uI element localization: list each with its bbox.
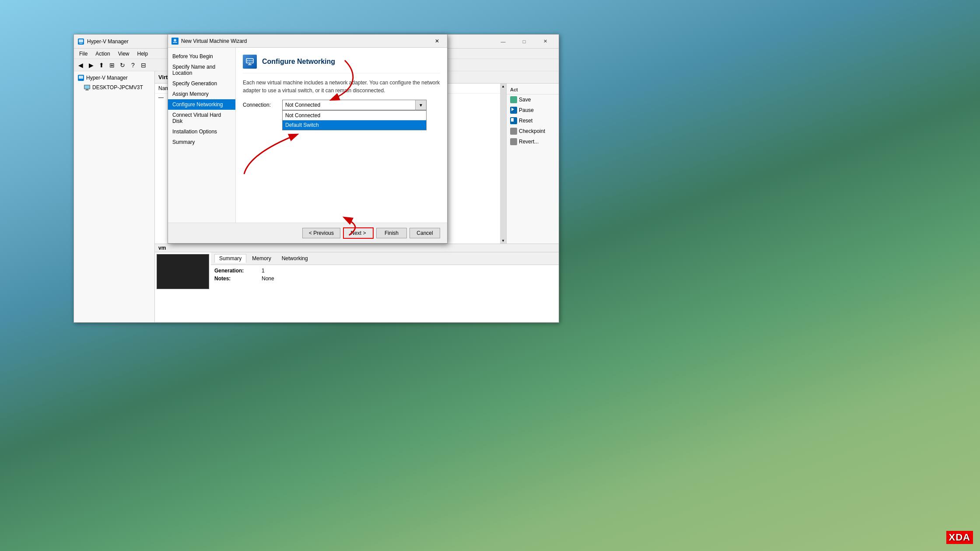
- configure-network-icon: [243, 55, 257, 69]
- cancel-button[interactable]: Cancel: [410, 228, 440, 238]
- connection-label: Connection:: [243, 102, 278, 108]
- dialog-nav: Before You Begin Specify Name and Locati…: [168, 48, 236, 223]
- nav-before-you-begin[interactable]: Before You Begin: [168, 51, 235, 62]
- save-icon: [510, 96, 517, 103]
- bottom-panel-header: vm: [155, 244, 559, 252]
- up-button[interactable]: ⬆: [97, 60, 106, 70]
- nav-specify-name[interactable]: Specify Name and Location: [168, 62, 235, 78]
- svg-rect-13: [173, 42, 177, 43]
- generation-label: Generation:: [214, 268, 258, 274]
- nav-assign-memory[interactable]: Assign Memory: [168, 89, 235, 99]
- dropdown-option-default-switch[interactable]: Default Switch: [283, 120, 426, 130]
- action-revert[interactable]: Revert...: [507, 136, 559, 147]
- menu-action[interactable]: Action: [92, 50, 113, 58]
- scroll-up-arrow[interactable]: ▲: [500, 84, 506, 89]
- connection-field: Connection: Not Connected ▼ Not Connecte…: [243, 100, 440, 110]
- wizard-dialog: New Virtual Machine Wizard ✕ Before You …: [168, 34, 448, 244]
- dialog-page-title: Configure Networking: [262, 58, 335, 66]
- back-button[interactable]: ◀: [76, 60, 85, 70]
- hyperv-icon: [77, 38, 84, 45]
- notes-label: Notes:: [214, 276, 258, 282]
- sidebar-item-desktop[interactable]: DESKTOP-JPCMV3T: [74, 83, 154, 92]
- xda-watermark: XDA: [946, 531, 973, 544]
- svg-marker-9: [511, 108, 514, 111]
- help-button[interactable]: ?: [128, 60, 138, 70]
- svg-rect-2: [79, 43, 83, 44]
- dropdown-arrow-button[interactable]: ▼: [415, 100, 427, 110]
- bottom-panel: vm Summary Memory Networking Genera: [155, 244, 559, 322]
- svg-rect-8: [85, 90, 89, 91]
- dialog-titlebar: New Virtual Machine Wizard ✕: [168, 35, 447, 48]
- connection-dropdown: Not Connected ▼ Not Connected Default Sw…: [282, 100, 427, 110]
- menu-file[interactable]: File: [76, 50, 91, 58]
- dialog-body: Before You Begin Specify Name and Locati…: [168, 48, 447, 223]
- dropdown-popup: Not Connected Default Switch: [282, 110, 427, 130]
- generation-value: 1: [262, 268, 265, 274]
- bottom-tabs: Summary Memory Networking: [211, 252, 559, 265]
- nav-installation-options[interactable]: Installation Options: [168, 126, 235, 137]
- dropdown-selected-value[interactable]: Not Connected: [282, 100, 427, 110]
- svg-marker-10: [511, 118, 514, 122]
- close-button[interactable]: ✕: [535, 35, 555, 49]
- dialog-description: Each new virtual machine includes a netw…: [243, 79, 440, 94]
- sidebar-item-hyperv[interactable]: Hyper-V Manager: [74, 73, 154, 83]
- action-reset[interactable]: Reset: [507, 115, 559, 126]
- generation-row: Generation: 1: [214, 267, 555, 275]
- dialog-main: Configure Networking Each new virtual ma…: [236, 48, 447, 223]
- action-pause[interactable]: Pause: [507, 105, 559, 115]
- actions-title: Act: [507, 85, 559, 94]
- dialog-footer: < Previous Next > Finish Cancel: [168, 223, 447, 243]
- previous-button[interactable]: < Previous: [302, 228, 340, 238]
- revert-icon: [510, 138, 517, 145]
- bottom-content: Generation: 1 Notes: None: [211, 265, 559, 284]
- scroll-right[interactable]: ▲ ▼: [500, 84, 506, 244]
- dialog-title-icon: [172, 38, 178, 45]
- svg-rect-6: [84, 85, 90, 89]
- extra-button[interactable]: ⊟: [139, 60, 148, 70]
- maximize-button[interactable]: □: [514, 35, 534, 49]
- nav-connect-vhd[interactable]: Connect Virtual Hard Disk: [168, 110, 235, 126]
- actions-panel: Act Save Pause: [506, 84, 559, 244]
- nav-configure-networking[interactable]: Configure Networking: [168, 99, 235, 110]
- finish-button[interactable]: Finish: [376, 228, 407, 238]
- dialog-page-header: Configure Networking: [243, 55, 440, 73]
- reset-icon: [510, 117, 517, 124]
- nav-specify-generation[interactable]: Specify Generation: [168, 78, 235, 89]
- nav-summary[interactable]: Summary: [168, 137, 235, 147]
- svg-rect-4: [79, 76, 83, 79]
- tab-networking[interactable]: Networking: [277, 254, 313, 263]
- notes-row: Notes: None: [214, 275, 555, 282]
- sidebar-section: Hyper-V Manager DESKTOP-JPCMV3T: [74, 71, 154, 94]
- dropdown-option-not-connected[interactable]: Not Connected: [283, 111, 426, 120]
- tab-memory[interactable]: Memory: [247, 254, 276, 263]
- pause-icon: [510, 107, 517, 114]
- refresh-button[interactable]: ↻: [118, 60, 127, 70]
- menu-view[interactable]: View: [115, 50, 133, 58]
- svg-rect-7: [86, 89, 88, 90]
- scroll-down-arrow[interactable]: ▼: [500, 238, 506, 244]
- action-save[interactable]: Save: [507, 94, 559, 105]
- xda-text: XDA: [946, 531, 973, 544]
- action-checkpoint[interactable]: Checkpoint: [507, 126, 559, 136]
- dialog-title-text: New Virtual Machine Wizard: [181, 38, 430, 44]
- view-button[interactable]: ⊞: [107, 60, 117, 70]
- svg-point-12: [174, 39, 176, 42]
- vm-thumbnail: [157, 254, 209, 289]
- svg-rect-1: [79, 39, 83, 42]
- sidebar: Hyper-V Manager DESKTOP-JPCMV3T: [74, 71, 155, 322]
- dialog-close-button[interactable]: ✕: [430, 35, 444, 47]
- forward-button[interactable]: ▶: [86, 60, 96, 70]
- checkpoint-icon: [510, 128, 517, 135]
- tab-summary[interactable]: Summary: [214, 254, 246, 263]
- window-controls: — □ ✕: [493, 35, 555, 49]
- minimize-button[interactable]: —: [493, 35, 513, 49]
- notes-value: None: [262, 276, 274, 282]
- vm-panel-title: Virt: [158, 74, 168, 80]
- next-button[interactable]: Next >: [343, 227, 374, 239]
- menu-help[interactable]: Help: [134, 50, 152, 58]
